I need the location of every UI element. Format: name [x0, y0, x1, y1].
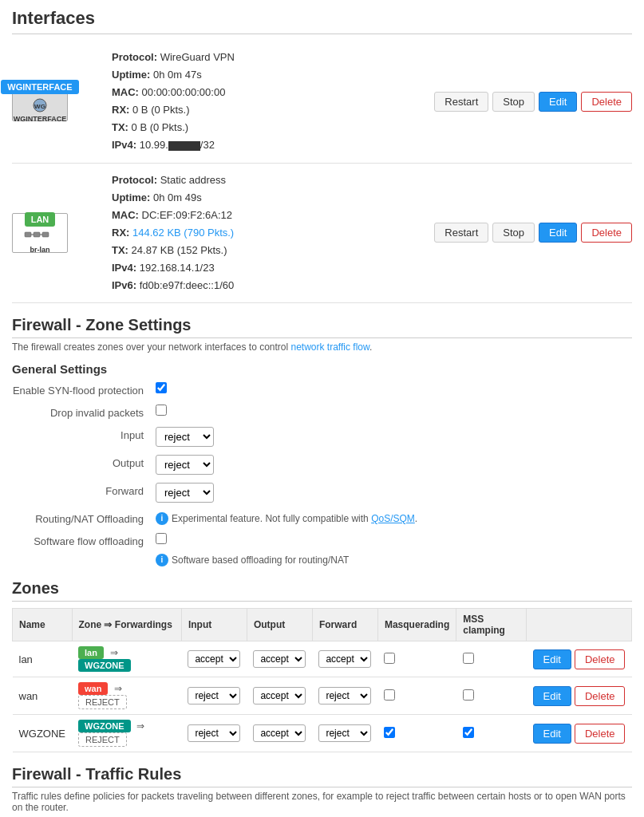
lan-edit-button[interactable]: Edit: [539, 223, 577, 243]
zone-forward-wan: rejectacceptdrop: [312, 677, 377, 715]
zone-actions-cell-lan: Edit Delete: [533, 649, 626, 669]
wg-rx-label: RX:: [112, 104, 129, 116]
wg-logo-icon: WG: [28, 97, 52, 113]
zones-table: Name Zone ⇒ Forwardings Input Output For…: [12, 608, 632, 752]
zone-edit-btn-wgzone[interactable]: Edit: [533, 724, 571, 744]
page-title: Interfaces: [12, 8, 632, 34]
zone-arrow-wan: ⇒: [114, 683, 122, 694]
zone-masq-checkbox-wgzone[interactable]: [384, 727, 395, 738]
nat-offload-info-icon: i: [156, 512, 168, 525]
output-select[interactable]: reject accept drop: [156, 455, 214, 475]
output-label: Output: [12, 455, 156, 469]
zone-delete-btn-lan[interactable]: Delete: [575, 649, 626, 669]
nat-offload-info-row: i Experimental feature. Not fully compat…: [156, 512, 417, 525]
input-label: Input: [12, 427, 156, 441]
zone-input-select-lan[interactable]: acceptrejectdrop: [188, 650, 240, 668]
zones-col-output: Output: [247, 609, 312, 641]
general-settings-title: General Settings: [12, 362, 632, 376]
zone-forwarding-wgzone: WGZONE ⇒ REJECT: [72, 715, 181, 752]
lan-rx-label: RX:: [112, 227, 129, 239]
zone-input-select-wgzone[interactable]: rejectacceptdrop: [188, 724, 240, 742]
wg-restart-button[interactable]: Restart: [434, 92, 488, 112]
zone-masq-wgzone: [377, 715, 456, 752]
zone-input-lan: acceptrejectdrop: [181, 641, 247, 677]
zones-col-name: Name: [13, 609, 73, 641]
zone-actions-lan: Edit Delete: [527, 641, 632, 677]
lan-stop-button[interactable]: Stop: [492, 223, 535, 243]
zone-edit-btn-lan[interactable]: Edit: [533, 649, 571, 669]
input-row: Input reject accept drop: [12, 427, 632, 447]
interface-actions-wg: Restart Stop Edit Delete: [434, 92, 632, 112]
zone-forwarding-wan: wan ⇒ REJECT: [72, 677, 181, 715]
wg-badge: WGINTERFACE: [1, 80, 78, 94]
zone-mss-checkbox-wan[interactable]: [463, 689, 474, 701]
zone-actions-wgzone: Edit Delete: [527, 715, 632, 752]
zone-name-wan: wan: [13, 677, 73, 715]
zones-table-header: Name Zone ⇒ Forwardings Input Output For…: [13, 609, 632, 641]
lan-rx-value: 144.62 KB (790 Pkts.): [132, 227, 234, 239]
wg-ipv4-redacted: [168, 141, 200, 151]
zone-forward-select-wan[interactable]: rejectacceptdrop: [318, 687, 371, 705]
nat-offload-control: i Experimental feature. Not fully compat…: [156, 511, 632, 525]
zone-row-wgzone: WGZONE WGZONE ⇒ REJECT rejectacceptdrop …: [13, 715, 632, 752]
drop-invalid-checkbox[interactable]: [156, 405, 167, 416]
output-row: Output reject accept drop: [12, 455, 632, 475]
zone-delete-btn-wan[interactable]: Delete: [575, 686, 626, 706]
qos-sqm-link[interactable]: QoS/SQM: [371, 513, 415, 524]
sw-offload-control: i Software based offloading for routing/…: [156, 533, 632, 566]
zone-forward-wgzone: rejectacceptdrop: [312, 715, 377, 752]
wg-mac-value: 00:00:00:00:00:00: [142, 86, 226, 98]
input-select[interactable]: reject accept drop: [156, 427, 214, 447]
zone-output-select-lan[interactable]: acceptrejectdrop: [253, 650, 306, 668]
zone-badge-wan: wan: [78, 682, 108, 695]
lan-mac-value: DC:EF:09:F2:6A:12: [142, 209, 232, 221]
zone-output-wan: acceptrejectdrop: [247, 677, 312, 715]
zone-forward-select-lan[interactable]: acceptrejectdrop: [318, 650, 371, 668]
zone-masq-lan: [377, 641, 456, 677]
zone-mss-checkbox-lan[interactable]: [463, 653, 474, 664]
wg-delete-button[interactable]: Delete: [581, 92, 632, 112]
sw-offload-checkbox[interactable]: [156, 533, 167, 544]
zone-mss-wan: [456, 677, 527, 715]
zone-masq-wan: [377, 677, 456, 715]
syn-flood-checkbox[interactable]: [156, 382, 167, 393]
zone-arrow-lan: ⇒: [110, 647, 118, 658]
zone-masq-checkbox-wan[interactable]: [384, 689, 395, 701]
zone-forwarding-dashed-wgzone: REJECT: [78, 732, 127, 747]
zones-col-mss: MSS clamping: [456, 609, 527, 641]
lan-delete-button[interactable]: Delete: [581, 223, 632, 243]
wg-mac-label: MAC:: [112, 86, 139, 98]
zone-edit-btn-wan[interactable]: Edit: [533, 686, 571, 706]
sw-offload-row: Software flow offloading i Software base…: [12, 533, 632, 566]
zones-table-body: lan lan ⇒ WGZONE acceptrejectdrop accept…: [13, 641, 632, 752]
zone-output-select-wgzone[interactable]: acceptrejectdrop: [253, 724, 306, 742]
firewall-title: Firewall - Zone Settings: [12, 316, 632, 338]
interface-actions-lan: Restart Stop Edit Delete: [434, 223, 632, 243]
zone-actions-cell-wan: Edit Delete: [533, 686, 626, 706]
forward-select[interactable]: reject accept drop: [156, 483, 214, 503]
wg-uptime-label: Uptime:: [112, 69, 150, 81]
lan-restart-button[interactable]: Restart: [434, 223, 488, 243]
zone-mss-checkbox-wgzone[interactable]: [463, 727, 474, 738]
wg-stop-button[interactable]: Stop: [492, 92, 535, 112]
zone-name-wgzone: WGZONE: [13, 715, 73, 752]
zone-delete-btn-wgzone[interactable]: Delete: [575, 724, 626, 744]
lan-ipv4-value: 192.168.14.1/23: [140, 262, 215, 274]
zone-row-wan: wan wan ⇒ REJECT rejectacceptdrop accept…: [13, 677, 632, 715]
interface-icon-lan: LAN br-lan: [12, 213, 100, 253]
zone-badge-wgzone: WGZONE: [78, 720, 131, 732]
lan-network-icon: [24, 230, 56, 244]
lan-mac-label: MAC:: [112, 209, 139, 221]
sw-offload-info-icon: i: [156, 554, 168, 566]
zone-output-select-wan[interactable]: acceptrejectdrop: [253, 687, 306, 705]
zone-masq-checkbox-lan[interactable]: [384, 653, 395, 664]
zone-input-select-wan[interactable]: rejectacceptdrop: [188, 687, 240, 705]
zone-mss-wgzone: [456, 715, 527, 752]
firewall-desc-link[interactable]: network traffic flow: [291, 341, 369, 353]
zones-col-masq: Masquerading: [377, 609, 456, 641]
wg-edit-button[interactable]: Edit: [539, 92, 577, 112]
svg-rect-3: [34, 232, 40, 237]
zone-forward-select-wgzone[interactable]: rejectacceptdrop: [318, 724, 371, 742]
drop-invalid-control: [156, 405, 632, 416]
interfaces-section: WGINTERFACE WG WGINTERFACE Protocol: Wir…: [12, 41, 632, 303]
